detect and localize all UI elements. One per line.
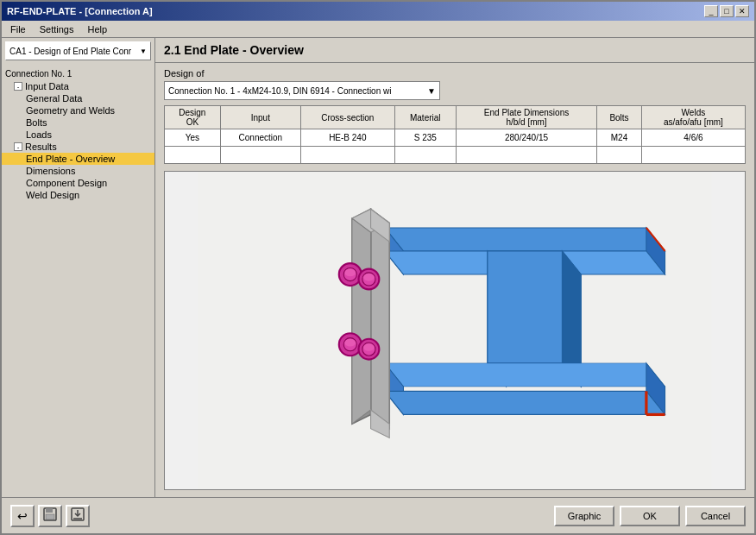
menu-help[interactable]: Help [82,23,112,35]
empty-cell [165,147,221,164]
save-icon [43,507,57,524]
design-of-section: Design of Connection No. 1 - 4xM24-10.9,… [155,63,754,105]
col-header-input: Input [220,106,300,129]
col-header-welds: Weldsas/afo/afu [mm] [641,106,745,129]
sidebar-item-results[interactable]: - Results [2,141,154,153]
empty-cell [394,147,456,164]
minimize-button[interactable]: _ [704,5,718,17]
ok-button-label: OK [643,511,657,521]
empty-cell [220,147,300,164]
col-header-material: Material [394,106,456,129]
sidebar-item-input-data[interactable]: - Input Data [2,80,154,92]
cancel-button[interactable]: Cancel [685,506,746,526]
design-of-value: Connection No. 1 - 4xM24-10.9, DIN 6914 … [168,86,391,96]
panel-title: 2.1 End Plate - Overview [155,38,754,63]
export-button[interactable] [66,505,90,527]
overview-table: DesignOK Input Cross-section Material En… [164,105,746,164]
title-bar: RF-END-PLATE - [Connection A] _ □ ✕ [2,2,754,21]
empty-cell [456,147,596,164]
cancel-button-label: Cancel [701,511,730,521]
cell-welds: 4/6/6 [641,129,745,147]
col-header-bolts: Bolts [597,106,642,129]
general-data-label: General Data [26,93,82,104]
reset-button[interactable]: ↩ [10,505,35,527]
sidebar-item-loads[interactable]: Loads [2,129,154,141]
sidebar-case-dropdown[interactable]: CA1 - Design of End Plate Conr ▼ [5,41,151,60]
svg-marker-1 [385,228,665,251]
loads-label: Loads [26,129,52,140]
end-plate-overview-label: End Plate - Overview [26,154,115,164]
component-design-label: Component Design [26,178,107,188]
svg-marker-23 [352,218,371,424]
sidebar-item-general-data[interactable]: General Data [2,92,154,104]
menu-bar: File Settings Help [2,21,754,38]
sidebar-tree: Connection No. 1 - Input Data General Da… [2,64,154,497]
svg-rect-40 [46,514,54,519]
design-of-label: Design of [164,68,746,79]
svg-rect-0 [198,172,711,489]
expand-icon: - [14,142,22,151]
cell-design-ok: Yes [165,129,221,147]
right-panel: 2.1 End Plate - Overview Design of Conne… [155,38,754,497]
dimensions-label: Dimensions [26,166,75,176]
cell-cross-section: HE-B 240 [300,129,394,147]
close-button[interactable]: ✕ [735,5,749,17]
svg-point-35 [363,343,375,351]
menu-settings[interactable]: Settings [35,23,79,35]
chevron-down-icon: ▼ [427,86,436,96]
graphic-button-label: Graphic [568,511,602,521]
sidebar-case-label: CA1 - Design of End Plate Conr [9,47,131,56]
empty-cell [300,147,394,164]
bottom-bar: ↩ [2,497,754,533]
ok-button[interactable]: OK [620,506,680,526]
window-title: RF-END-PLATE - [Connection A] [7,6,153,16]
chevron-down-icon: ▼ [140,47,147,55]
cell-end-plate-dim: 280/240/15 [456,129,596,147]
cell-input: Connection [220,129,300,147]
bottom-left-buttons: ↩ [10,505,90,527]
svg-marker-20 [371,209,390,428]
col-header-cross-section: Cross-section [300,106,394,129]
svg-marker-10 [385,363,665,387]
svg-rect-39 [46,508,53,513]
main-window: RF-END-PLATE - [Connection A] _ □ ✕ File… [0,0,756,535]
main-content: CA1 - Design of End Plate Conr ▼ Connect… [2,38,754,497]
geometry-welds-label: Geometry and Welds [26,105,115,116]
empty-cell [597,147,642,164]
sidebar-item-geometry-welds[interactable]: Geometry and Welds [2,104,154,116]
menu-file[interactable]: File [5,23,31,35]
maximize-button[interactable]: □ [720,5,734,17]
svg-marker-8 [488,251,563,363]
connection-no-label: Connection No. 1 [2,67,154,80]
title-bar-buttons: _ □ ✕ [704,5,749,17]
col-header-end-plate-dim: End Plate Dimensionsh/b/d [mm] [456,106,596,129]
save-button[interactable] [38,505,62,527]
design-of-dropdown[interactable]: Connection No. 1 - 4xM24-10.9, DIN 6914 … [164,81,440,100]
graphic-area [164,171,746,490]
table-row: Yes Connection HE-B 240 S 235 280/240/15… [165,129,746,147]
empty-cell [641,147,745,164]
cell-material: S 235 [394,129,456,147]
expand-icon: - [14,82,22,91]
weld-design-label: Weld Design [26,190,79,200]
svg-point-29 [344,339,356,347]
sidebar-item-weld-design[interactable]: Weld Design [2,189,154,201]
cell-bolts: M24 [597,129,642,147]
reset-icon: ↩ [17,509,28,523]
svg-marker-13 [385,391,665,414]
export-icon [71,507,85,524]
sidebar-item-bolts[interactable]: Bolts [2,116,154,129]
bottom-right-buttons: Graphic OK Cancel [554,506,746,526]
results-label: Results [25,142,57,152]
graphic-button[interactable]: Graphic [554,506,614,526]
bolts-label: Bolts [26,117,47,128]
3d-beam-graphic [165,172,745,489]
svg-point-26 [344,269,356,277]
svg-point-32 [363,274,375,281]
sidebar-item-component-design[interactable]: Component Design [2,177,154,189]
sidebar-item-end-plate-overview[interactable]: End Plate - Overview [2,153,154,165]
sidebar-item-dimensions[interactable]: Dimensions [2,165,154,177]
table-row-empty [165,147,746,164]
input-data-label: Input Data [25,81,69,91]
sidebar: CA1 - Design of End Plate Conr ▼ Connect… [2,38,155,497]
